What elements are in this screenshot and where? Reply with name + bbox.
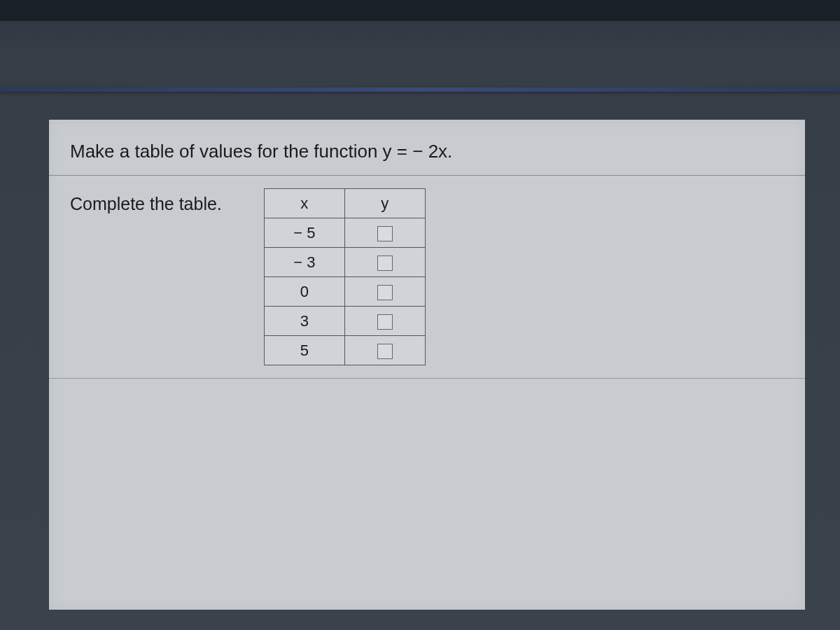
y-input-cell bbox=[344, 248, 425, 277]
table-row: − 3 bbox=[264, 248, 425, 277]
question-text: Make a table of values for the function … bbox=[49, 120, 805, 176]
table-row: 3 bbox=[264, 307, 425, 336]
x-value: 5 bbox=[264, 336, 344, 365]
header-divider bbox=[0, 88, 840, 92]
answer-input[interactable] bbox=[377, 255, 393, 271]
x-value: 0 bbox=[264, 277, 344, 307]
x-value: 3 bbox=[264, 307, 344, 336]
y-input-cell bbox=[344, 218, 425, 248]
x-value: − 3 bbox=[264, 248, 344, 277]
instruction-text: Complete the table. bbox=[70, 188, 222, 214]
table-row: − 5 bbox=[264, 218, 425, 248]
answer-input[interactable] bbox=[377, 344, 393, 359]
table-header-row: x y bbox=[264, 189, 425, 218]
answer-input[interactable] bbox=[377, 314, 393, 330]
window-top-bar bbox=[0, 0, 840, 21]
y-input-cell bbox=[344, 336, 425, 365]
table-row: 5 bbox=[264, 336, 425, 365]
question-panel: Make a table of values for the function … bbox=[49, 120, 805, 610]
answer-input[interactable] bbox=[377, 285, 393, 300]
answer-input[interactable] bbox=[377, 226, 393, 241]
table-row: 0 bbox=[264, 277, 425, 307]
table-section: Complete the table. x y − 5 − 3 0 bbox=[49, 176, 805, 379]
header-y: y bbox=[344, 189, 425, 218]
header-x: x bbox=[264, 189, 344, 218]
y-input-cell bbox=[344, 277, 425, 307]
x-value: − 5 bbox=[264, 218, 344, 248]
y-input-cell bbox=[344, 307, 425, 336]
values-table: x y − 5 − 3 0 3 bbox=[264, 188, 426, 365]
